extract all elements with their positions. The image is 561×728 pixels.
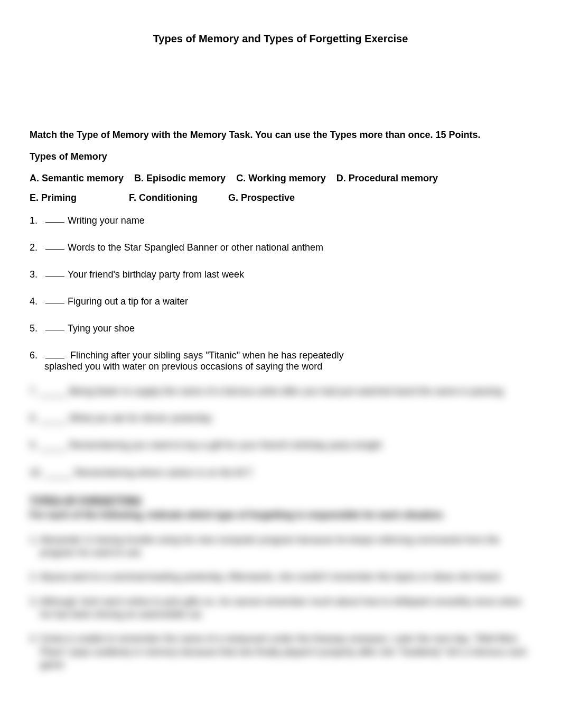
question-text: Flinching after your sibling says "Titan… — [70, 350, 343, 361]
type-a: A. Semantic memory — [30, 173, 124, 184]
question-number: 3. — [30, 269, 44, 280]
type-f: F. Conditioning — [129, 192, 218, 204]
answer-blank[interactable] — [45, 296, 64, 303]
answer-blank[interactable] — [45, 323, 64, 330]
question-2: 2. Words to the Star Spangled Banner or … — [30, 242, 531, 253]
types-heading: Types of Memory — [30, 151, 531, 162]
types-row-1: A. Semantic memory B. Episodic memory C.… — [30, 173, 531, 184]
blurred-content: 7. _____ Being faster to supply the name… — [30, 385, 531, 671]
answer-blank[interactable] — [45, 215, 64, 223]
question-text-line2: splashed you with water on previous occa… — [44, 361, 322, 372]
type-c: C. Working memory — [236, 173, 326, 184]
question-1: 1. Writing your name — [30, 215, 531, 226]
question-number: 2. — [30, 242, 44, 253]
question-number: 1. — [30, 215, 44, 226]
question-3: 3. Your friend's birthday party from las… — [30, 269, 531, 280]
question-text: Figuring out a tip for a waiter — [68, 296, 188, 307]
question-text: Words to the Star Spangled Banner or oth… — [68, 242, 323, 253]
type-d: D. Procedural memory — [336, 173, 438, 184]
types-row-2: E. Priming F. Conditioning G. Prospectiv… — [30, 192, 531, 204]
blurred-q10: 10. _____ Remembering where carbon is on… — [30, 466, 531, 480]
blurred-p3: 3. Although Josh went online to pick gif… — [30, 595, 531, 621]
blurred-heading: TYPES OF FORGETTING — [30, 495, 531, 506]
answer-blank[interactable] — [45, 242, 64, 250]
type-g: G. Prospective — [228, 192, 317, 204]
question-list: 1. Writing your name 2. Words to the Sta… — [30, 215, 531, 372]
answer-blank[interactable] — [45, 351, 64, 358]
question-number: 6. — [30, 350, 44, 361]
blurred-q7: 7. _____ Being faster to supply the name… — [30, 385, 531, 398]
instructions-text: Match the Type of Memory with the Memory… — [30, 130, 531, 141]
question-4: 4. Figuring out a tip for a waiter — [30, 296, 531, 307]
blurred-q8: 8. _____ What you ate for dinner yesterd… — [30, 412, 531, 425]
type-b: B. Episodic memory — [134, 173, 226, 184]
blurred-p2: 2. Alyssa went to a seminar/reading yest… — [30, 570, 531, 583]
question-number: 4. — [30, 296, 44, 307]
question-number: 5. — [30, 323, 44, 334]
blurred-p4: 4. Greta is unable to remember the name … — [30, 632, 531, 671]
blurred-p1: 1. Alexander is having trouble using his… — [30, 533, 531, 559]
page-title: Types of Memory and Types of Forgetting … — [30, 33, 531, 45]
blurred-subheading: For each of the following, indicate whic… — [30, 510, 531, 521]
answer-blank[interactable] — [45, 269, 64, 277]
question-text: Your friend's birthday party from last w… — [68, 269, 244, 280]
question-text: Writing your name — [68, 215, 145, 226]
question-6: 6. Flinching after your sibling says "Ti… — [30, 350, 531, 372]
question-5: 5. Tying your shoe — [30, 323, 531, 334]
blurred-q9: 9. _____ Remembering you need to buy a g… — [30, 439, 531, 452]
type-e: E. Priming — [30, 192, 118, 204]
question-text: Tying your shoe — [68, 323, 135, 334]
